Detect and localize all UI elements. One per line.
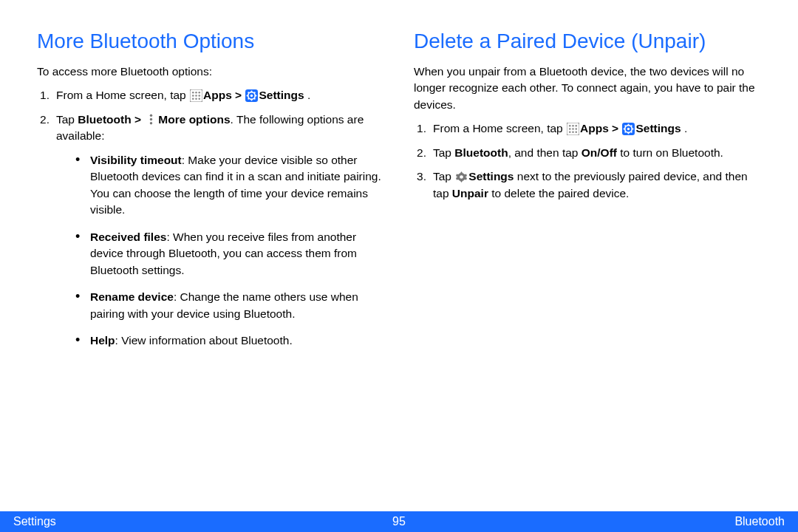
settings-icon [245,89,258,102]
text: Tap [433,170,454,183]
option-title: Rename device [90,290,174,303]
option-body: : View information about Bluetooth. [115,334,293,347]
page-number: 95 [392,515,406,528]
settings-label: Settings [635,122,681,134]
more-options-label: More options [158,113,230,126]
footer-left: Settings [13,515,56,528]
left-column: More Bluetooth Options To access more Bl… [37,30,384,532]
onoff-label: On/Off [582,146,617,159]
heading-delete-paired-device: Delete a Paired Device (Unpair) [414,30,761,53]
unpair-label: Unpair [452,187,488,200]
right-steps: From a Home screen, tap Apps > Settings … [414,120,761,202]
text: . [304,89,311,101]
text: Tap [433,146,454,159]
left-intro: To access more Bluetooth options: [37,64,384,80]
text: . [681,122,688,134]
bluetooth-label: Bluetooth > [78,113,144,126]
bluetooth-label: Bluetooth [454,146,508,159]
settings-icon [622,123,635,135]
apps-icon [190,89,202,102]
text: From a Home screen, tap [56,89,189,101]
text: to turn on Bluetooth. [617,146,723,159]
left-steps: From a Home screen, tap Apps > Settings … [37,87,384,349]
text: From a Home screen, tap [433,122,566,134]
text: Tap [56,113,78,126]
settings-label: Settings [468,170,514,183]
right-step-1: From a Home screen, tap Apps > Settings … [414,120,761,137]
apps-icon [567,123,579,135]
options-list: Visibility timeout: Make your device vis… [56,152,384,349]
footer-right: Bluetooth [734,515,785,528]
option-title: Received files [90,231,166,243]
text: , and then tap [508,146,582,159]
option-received-files: Received files: When you receive files f… [75,229,384,279]
option-rename-device: Rename device: Change the name others us… [75,289,384,322]
more-options-icon [145,113,157,126]
right-column: Delete a Paired Device (Unpair) When you… [414,30,761,532]
gear-icon [455,171,468,183]
option-title: Visibility timeout [90,154,182,166]
right-step-3: Tap Settings next to the previously pair… [414,168,761,202]
settings-label: Settings [259,89,304,101]
option-help: Help: View information about Bluetooth. [75,332,384,349]
text: to delete the paired device. [488,187,629,200]
option-title: Help [90,334,115,347]
left-step-1: From a Home screen, tap Apps > Settings … [37,87,384,103]
right-intro: When you unpair from a Bluetooth device,… [414,64,761,113]
apps-label: Apps > [580,122,621,134]
left-step-2: Tap Bluetooth > More options. The follow… [37,112,384,349]
page-footer: Settings 95 Bluetooth [0,511,798,532]
heading-more-bluetooth-options: More Bluetooth Options [37,30,384,53]
manual-page: More Bluetooth Options To access more Bl… [0,0,798,532]
right-step-2: Tap Bluetooth, and then tap On/Off to tu… [414,145,761,161]
apps-label: Apps > [203,89,245,101]
option-visibility-timeout: Visibility timeout: Make your device vis… [75,152,384,219]
